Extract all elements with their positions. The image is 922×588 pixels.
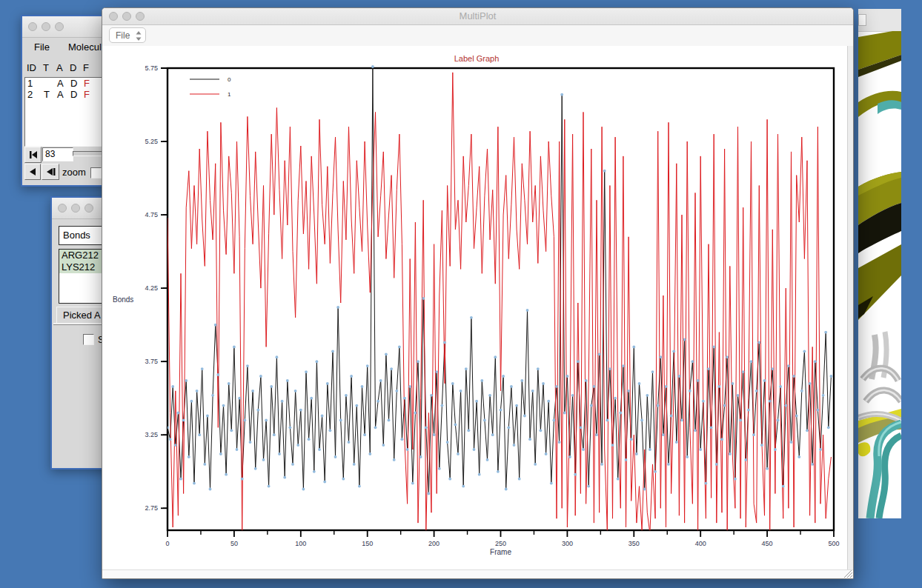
- frame-number-field[interactable]: 83: [42, 147, 73, 161]
- file-menu-label: File: [116, 30, 130, 41]
- play-backward-button[interactable]: [24, 164, 41, 180]
- svg-text:Label Graph: Label Graph: [454, 54, 500, 63]
- tab-picked-atoms[interactable]: Picked A: [56, 307, 107, 324]
- opengl-display-window: [858, 9, 901, 518]
- go-to-start-button[interactable]: [24, 147, 42, 163]
- step-backward-icon: [46, 168, 56, 176]
- svg-text:5.25: 5.25: [145, 138, 158, 145]
- svg-text:3.75: 3.75: [145, 358, 158, 365]
- cell-t: T: [44, 89, 57, 100]
- close-window-button[interactable]: [109, 12, 118, 21]
- play-backward-icon: [29, 168, 36, 176]
- svg-text:500: 500: [828, 540, 839, 547]
- cell-a: A: [57, 78, 70, 89]
- minimize-window-button[interactable]: [42, 22, 50, 31]
- svg-text:2.75: 2.75: [145, 504, 158, 512]
- col-t: T: [43, 62, 56, 73]
- col-d: D: [70, 62, 83, 73]
- molecule-row[interactable]: 1ADF: [25, 78, 109, 89]
- file-menu-button[interactable]: File: [109, 27, 146, 43]
- zoom-label: zoom: [62, 167, 86, 178]
- svg-text:1: 1: [228, 91, 231, 98]
- minimize-window-button[interactable]: [71, 204, 80, 213]
- window-title: MultiPlot: [102, 8, 853, 24]
- scrollbar-track[interactable]: [847, 46, 853, 572]
- svg-text:50: 50: [230, 540, 238, 547]
- menu-file[interactable]: File: [34, 41, 50, 53]
- vmd-main-menubar: File Molecule: [22, 38, 107, 57]
- multiplot-window: MultiPlot File 5.755.254.754.253.753.252…: [102, 7, 854, 579]
- resize-grip[interactable]: [842, 570, 852, 578]
- molecule-graphic: [858, 31, 901, 518]
- desktop: File Molecule IDTADF 1ADF 2TADF 83 zoom: [0, 0, 922, 588]
- zoom-window-button[interactable]: [84, 204, 93, 213]
- col-a: A: [56, 62, 70, 73]
- popup-chevrons-icon: [136, 31, 142, 41]
- svg-text:150: 150: [362, 540, 373, 547]
- svg-text:100: 100: [295, 540, 306, 547]
- cell-d: D: [70, 78, 84, 89]
- multiplot-menubar: File: [102, 25, 853, 47]
- svg-text:4.75: 4.75: [145, 211, 158, 218]
- label-graph-chart: 5.755.254.754.253.753.252.75050100150200…: [102, 46, 854, 572]
- molecule-list[interactable]: 1ADF 2TADF: [24, 77, 109, 147]
- close-window-button[interactable]: [58, 204, 67, 213]
- molecule-row[interactable]: 2TADF: [25, 89, 109, 100]
- svg-text:350: 350: [629, 540, 640, 547]
- svg-text:0: 0: [228, 76, 231, 83]
- col-id: ID: [27, 62, 43, 73]
- zoom-window-button[interactable]: [55, 22, 64, 31]
- svg-text:Frame: Frame: [490, 548, 511, 556]
- svg-text:450: 450: [762, 540, 773, 547]
- svg-text:0: 0: [165, 540, 169, 547]
- zoom-window-button[interactable]: [136, 12, 145, 21]
- multiplot-statusbar: [102, 569, 853, 578]
- svg-text:Bonds: Bonds: [113, 295, 133, 304]
- molecule-table-header: IDTADF: [27, 62, 93, 73]
- skip-to-start-icon: [29, 151, 38, 158]
- show-checkbox[interactable]: [83, 334, 94, 345]
- vmd-main-titlebar[interactable]: [22, 16, 107, 38]
- multiplot-titlebar[interactable]: MultiPlot: [102, 8, 853, 25]
- zoom-checkbox[interactable]: [90, 167, 102, 178]
- svg-text:300: 300: [562, 540, 573, 547]
- cell-id: 2: [27, 89, 44, 100]
- opengl-window-titlebar[interactable]: [858, 9, 901, 32]
- col-f: F: [83, 62, 93, 73]
- svg-text:250: 250: [495, 540, 506, 547]
- close-window-button[interactable]: [28, 22, 37, 31]
- svg-text:4.25: 4.25: [145, 284, 158, 292]
- svg-text:200: 200: [428, 540, 440, 547]
- vmd-main-window: File Molecule IDTADF 1ADF 2TADF 83 zoom: [21, 15, 109, 187]
- opengl-window-control: [858, 14, 866, 26]
- cell-a: A: [57, 89, 70, 100]
- cell-f: F: [84, 89, 94, 100]
- cell-id: 1: [27, 78, 44, 89]
- svg-text:5.75: 5.75: [145, 64, 158, 72]
- svg-text:400: 400: [695, 540, 706, 547]
- step-backward-button[interactable]: [42, 164, 59, 180]
- minimize-window-button[interactable]: [122, 12, 131, 21]
- svg-text:3.25: 3.25: [145, 431, 158, 438]
- cell-f: F: [84, 78, 94, 89]
- cell-d: D: [70, 89, 84, 100]
- plot-canvas: 5.755.254.754.253.753.252.75050100150200…: [102, 46, 854, 572]
